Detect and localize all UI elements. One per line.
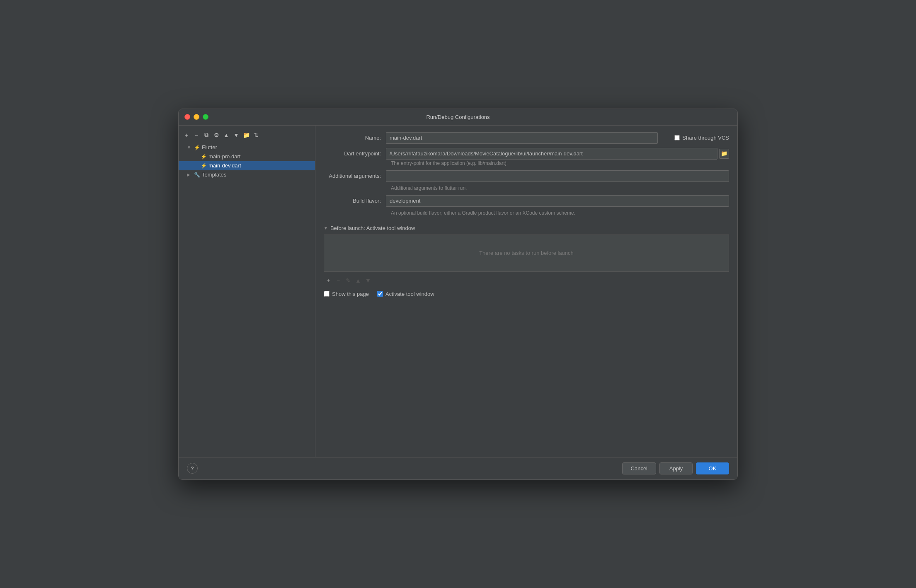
folder-browse-icon: 📁 (721, 150, 728, 157)
show-page-checkbox-item[interactable]: Show this page (324, 291, 369, 297)
dialog-body: + − ⧉ ⚙ ▲ ▼ 📁 (179, 126, 737, 457)
minimize-button[interactable] (194, 114, 199, 120)
mini-remove-icon: − (337, 277, 340, 284)
title-bar: Run/Debug Configurations (179, 109, 737, 126)
share-vcs-label: Share through VCS (682, 135, 729, 141)
main-dev-icon: ⚡ (200, 162, 207, 169)
additional-args-row: Additional arguments: (324, 170, 729, 182)
share-vcs-row: Share through VCS (666, 135, 729, 141)
activate-tool-checkbox-item[interactable]: Activate tool window (377, 291, 434, 297)
activate-tool-checkbox[interactable] (377, 291, 383, 297)
remove-icon: − (195, 132, 198, 138)
name-label: Name: (324, 135, 386, 141)
folder-config-button[interactable]: 📁 (242, 131, 251, 140)
before-launch-edit-button[interactable]: ✎ (344, 276, 353, 285)
settings-icon: ⚙ (214, 132, 219, 138)
before-launch-add-button[interactable]: + (324, 276, 333, 285)
additional-args-label: Additional arguments: (324, 173, 386, 179)
name-input[interactable] (386, 132, 658, 144)
dart-entrypoint-label: Dart entrypoint: (324, 150, 386, 157)
mini-edit-icon: ✎ (346, 277, 351, 284)
main-content: Name: Share through VCS Dart entrypoint:… (315, 126, 737, 457)
flutter-icon: ⚡ (194, 144, 200, 151)
main-dev-label: main-dev.dart (208, 162, 241, 169)
templates-icon: 🔧 (194, 172, 200, 178)
move-up-icon: ▲ (223, 132, 229, 138)
main-pro-icon: ⚡ (200, 153, 207, 160)
move-down-config-button[interactable]: ▼ (232, 131, 241, 140)
before-launch-title: Before launch: Activate tool window (330, 225, 415, 231)
build-flavor-input[interactable] (386, 195, 729, 207)
share-vcs-checkbox[interactable] (674, 135, 680, 140)
sort-icon: ⇅ (254, 132, 259, 138)
help-icon: ? (191, 465, 194, 472)
run-debug-dialog: Run/Debug Configurations + − ⧉ ⚙ ▲ (178, 109, 738, 480)
before-launch-down-button[interactable]: ▼ (363, 276, 373, 285)
tree-item-main-pro[interactable]: ⚡ main-pro.dart (179, 152, 315, 161)
bottom-bar: ? Cancel Apply OK (179, 457, 737, 479)
traffic-lights (184, 114, 208, 120)
apply-button[interactable]: Apply (659, 462, 693, 474)
copy-config-button[interactable]: ⧉ (202, 131, 211, 140)
build-flavor-hint: An optional build flavor; either a Gradl… (391, 210, 729, 216)
tree-group-templates[interactable]: ▶ 🔧 Templates (179, 170, 315, 179)
templates-arrow: ▶ (187, 172, 192, 177)
activate-tool-label: Activate tool window (385, 291, 434, 297)
checkboxes-row: Show this page Activate tool window (324, 291, 729, 297)
build-flavor-label: Build flavor: (324, 198, 386, 204)
sort-config-button[interactable]: ⇅ (252, 131, 261, 140)
additional-args-input[interactable] (386, 170, 729, 182)
ok-button[interactable]: OK (696, 462, 729, 474)
before-launch-toolbar: + − ✎ ▲ ▼ (324, 274, 729, 287)
config-tree: ▼ ⚡ Flutter ⚡ main-pro.dart ⚡ main-dev.d… (179, 143, 315, 454)
move-down-icon: ▼ (233, 132, 239, 138)
tree-item-main-dev[interactable]: ⚡ main-dev.dart (179, 161, 315, 170)
build-flavor-row: Build flavor: (324, 195, 729, 207)
entrypoint-input-wrapper: 📁 (386, 148, 729, 160)
sidebar: + − ⧉ ⚙ ▲ ▼ 📁 (179, 126, 315, 457)
add-icon: + (185, 132, 188, 138)
add-config-button[interactable]: + (182, 131, 191, 140)
templates-label: Templates (202, 172, 226, 178)
folder-icon: 📁 (243, 132, 250, 138)
dialog-title: Run/Debug Configurations (426, 114, 490, 120)
before-launch-section-header: ▼ Before launch: Activate tool window (324, 225, 729, 231)
before-launch-arrow: ▼ (324, 226, 328, 230)
mini-add-icon: + (327, 277, 330, 284)
before-launch-empty-text: There are no tasks to run before launch (479, 250, 574, 256)
copy-icon: ⧉ (204, 131, 208, 138)
before-launch-remove-button[interactable]: − (334, 276, 343, 285)
before-launch-box: There are no tasks to run before launch (324, 235, 729, 272)
main-pro-label: main-pro.dart (208, 153, 240, 160)
cancel-button[interactable]: Cancel (622, 462, 656, 474)
help-button[interactable]: ? (187, 463, 198, 474)
flutter-group-label: Flutter (202, 144, 217, 150)
before-launch-up-button[interactable]: ▲ (354, 276, 363, 285)
mini-up-icon: ▲ (355, 277, 361, 284)
dart-entrypoint-hint: The entry-point for the application (e.g… (391, 160, 729, 166)
show-page-label: Show this page (332, 291, 369, 297)
remove-config-button[interactable]: − (192, 131, 201, 140)
dart-entrypoint-row: Dart entrypoint: 📁 (324, 148, 729, 160)
show-page-checkbox[interactable] (324, 291, 330, 297)
browse-entrypoint-button[interactable]: 📁 (719, 149, 729, 159)
tree-group-flutter[interactable]: ▼ ⚡ Flutter (179, 143, 315, 152)
close-button[interactable] (184, 114, 190, 120)
dart-entrypoint-input[interactable] (386, 148, 717, 160)
move-up-config-button[interactable]: ▲ (222, 131, 231, 140)
mini-down-icon: ▼ (365, 277, 371, 284)
maximize-button[interactable] (203, 114, 208, 120)
sidebar-toolbar: + − ⧉ ⚙ ▲ ▼ 📁 (179, 129, 315, 141)
settings-config-button[interactable]: ⚙ (212, 131, 221, 140)
flutter-group-arrow: ▼ (187, 145, 192, 150)
additional-args-hint: Additional arguments to flutter run. (391, 185, 729, 191)
bottom-bar-left: ? (187, 463, 198, 474)
